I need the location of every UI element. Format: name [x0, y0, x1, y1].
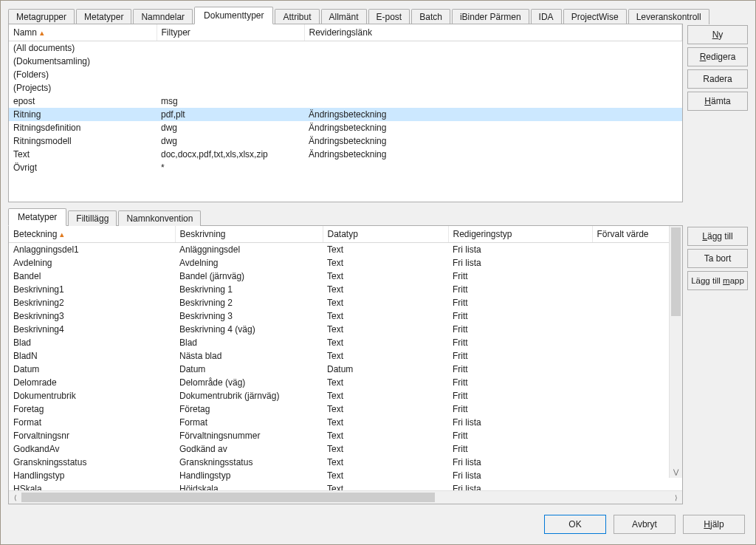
cell-besk: Datum	[175, 363, 323, 376]
cell-namn: Ritning	[9, 108, 157, 121]
cell-dt: Text	[323, 402, 448, 416]
table-row[interactable]: AvdelningAvdelningTextFri lista	[9, 256, 682, 270]
tab-ida[interactable]: IDA	[531, 9, 562, 24]
cell-bet: Format	[9, 416, 175, 429]
table-row[interactable]: HandlingstypHandlingstypTextFri lista	[9, 469, 682, 482]
table-row[interactable]: FormatFormatTextFri lista	[9, 416, 682, 429]
scroll-right-icon[interactable]: ⟩	[670, 491, 682, 504]
table-row[interactable]: DelomradeDelområde (väg)TextFritt	[9, 376, 682, 389]
table-row[interactable]: Övrigt*	[9, 161, 682, 174]
subtab-filtill-gg[interactable]: Filtillägg	[68, 210, 117, 226]
subtab-namnkonvention[interactable]: Namnkonvention	[118, 210, 201, 226]
cell-rev	[304, 68, 682, 81]
col-header-beteckning[interactable]: Beteckning▴	[9, 226, 175, 243]
scrollbar-thumb[interactable]	[21, 493, 435, 502]
cell-red: Fritt	[448, 283, 592, 296]
table-row[interactable]: RitningsdefinitiondwgÄndringsbeteckning	[9, 121, 682, 134]
cell-dt: Text	[323, 323, 448, 336]
table-row[interactable]: DokumentrubrikDokumentrubrik (järnväg)Te…	[9, 389, 682, 402]
tab-metatyper[interactable]: Metatyper	[76, 9, 131, 24]
cell-besk: Beskrivning 2	[175, 296, 323, 309]
tab-dokumenttyper[interactable]: Dokumenttyper	[194, 7, 273, 24]
table-row[interactable]: GranskningsstatusGranskningsstatusTextFr…	[9, 456, 682, 469]
col-header-filtyper[interactable]: Filtyper	[157, 24, 304, 41]
cell-dt: Text	[323, 429, 448, 442]
tab-metagrupper[interactable]: Metagrupper	[8, 9, 75, 24]
cell-besk: Nästa blad	[175, 349, 323, 363]
hamta-button[interactable]: Hämta	[687, 92, 748, 111]
cell-bet: Handlingstyp	[9, 469, 175, 482]
table-row[interactable]: epostmsg	[9, 95, 682, 108]
table-row[interactable]: BladNNästa bladTextFritt	[9, 349, 682, 363]
cell-rev: Ändringsbeteckning	[304, 108, 682, 121]
table-row[interactable]: HSkalaHöjdskalaTextFri lista	[9, 482, 682, 490]
cell-bet: GodkandAv	[9, 442, 175, 456]
col-header-datatyp[interactable]: Datatyp	[323, 226, 448, 243]
dialog-window: MetagrupperMetatyperNamndelarDokumenttyp…	[0, 0, 756, 545]
table-row[interactable]: BladBladTextFritt	[9, 336, 682, 349]
scroll-left-icon[interactable]: ⟨	[9, 491, 21, 504]
table-row[interactable]: (Dokumentsamling)	[9, 55, 682, 68]
col-header-rev[interactable]: Revideringslänk	[304, 24, 682, 41]
cell-rev: Ändringsbeteckning	[304, 121, 682, 134]
table-row[interactable]: Beskrivning4Beskrivning 4 (väg)TextFritt	[9, 323, 682, 336]
table-row[interactable]: DatumDatumDatumFritt	[9, 363, 682, 376]
table-row[interactable]: BandelBandel (järnväg)TextFritt	[9, 270, 682, 283]
cell-besk: Beskrivning 3	[175, 309, 323, 323]
tab-namndelar[interactable]: Namndelar	[133, 9, 193, 24]
table-row[interactable]: RitningsmodelldwgÄndringsbeteckning	[9, 134, 682, 148]
ta-bort-button[interactable]: Ta bort	[687, 249, 748, 268]
horizontal-scrollbar[interactable]: ⟨ ⟩	[9, 490, 682, 504]
subtab-metatyper[interactable]: Metatyper	[8, 208, 66, 226]
cell-red: Fritt	[448, 429, 592, 442]
table-row[interactable]: (Projects)	[9, 81, 682, 95]
tab-ibinder-p-rmen[interactable]: iBinder Pärmen	[452, 9, 529, 24]
ok-button[interactable]: OK	[544, 515, 606, 534]
table-row[interactable]: Textdoc,docx,pdf,txt,xls,xlsx,zipÄndring…	[9, 148, 682, 161]
top-tabs: MetagrupperMetatyperNamndelarDokumenttyp…	[8, 8, 748, 24]
tab-projectwise[interactable]: ProjectWise	[563, 9, 627, 24]
tab-e-post[interactable]: E-post	[368, 9, 410, 24]
redigera-button[interactable]: Redigera	[687, 47, 748, 66]
scrollbar-thumb[interactable]	[671, 227, 681, 316]
cell-dt: Text	[323, 416, 448, 429]
table-row[interactable]: Beskrivning3Beskrivning 3TextFritt	[9, 309, 682, 323]
table-row[interactable]: ForvaltningsnrFörvaltningsnummerTextFrit…	[9, 429, 682, 442]
cell-rev: Ändringsbeteckning	[304, 148, 682, 161]
table-row[interactable]: Anlaggningsdel1AnläggningsdelTextFri lis…	[9, 243, 682, 257]
hjalp-button[interactable]: Hjälp	[683, 515, 745, 534]
table-row[interactable]: Ritningpdf,pltÄndringsbeteckning	[9, 108, 682, 121]
cell-rev	[304, 41, 682, 55]
cell-dt: Text	[323, 442, 448, 456]
vertical-scrollbar[interactable]: ⋁	[669, 226, 682, 478]
avbryt-button[interactable]: Avbryt	[614, 515, 676, 534]
tab-attribut[interactable]: Attribut	[275, 9, 319, 24]
table-row[interactable]: (Folders)	[9, 68, 682, 81]
lagg-till-button[interactable]: Lägg till	[687, 227, 748, 246]
bottom-table: Beteckning▴ Beskrivning Datatyp Redigeri…	[9, 226, 682, 490]
cell-besk: Bandel (järnväg)	[175, 270, 323, 283]
tab-batch[interactable]: Batch	[411, 9, 450, 24]
table-row[interactable]: GodkandAvGodkänd avTextFritt	[9, 442, 682, 456]
col-header-redigeringstyp[interactable]: Redigeringstyp	[448, 226, 592, 243]
cell-red: Fritt	[448, 336, 592, 349]
cell-red: Fri lista	[448, 416, 592, 429]
cell-bet: Foretag	[9, 402, 175, 416]
cell-dt: Text	[323, 456, 448, 469]
col-header-beskrivning[interactable]: Beskrivning	[175, 226, 323, 243]
ny-button[interactable]: Ny	[687, 25, 748, 44]
cell-dt: Text	[323, 296, 448, 309]
table-row[interactable]: Beskrivning2Beskrivning 2TextFritt	[9, 296, 682, 309]
table-row[interactable]: (All documents)	[9, 41, 682, 55]
tab-leveranskontroll[interactable]: Leveranskontroll	[628, 9, 709, 24]
table-row[interactable]: Beskrivning1Beskrivning 1TextFritt	[9, 283, 682, 296]
cell-filtyper: *	[157, 161, 304, 174]
radera-button[interactable]: Radera	[687, 69, 748, 89]
col-header-namn[interactable]: Namn▴	[9, 24, 157, 41]
table-row[interactable]: ForetagFöretagTextFritt	[9, 402, 682, 416]
lagg-till-mapp-button[interactable]: Lägg till mapp	[687, 271, 748, 290]
scroll-down-icon[interactable]: ⋁	[670, 465, 682, 478]
tab-allm-nt[interactable]: Allmänt	[321, 9, 367, 24]
cell-red: Fritt	[448, 442, 592, 456]
cell-besk: Godkänd av	[175, 442, 323, 456]
